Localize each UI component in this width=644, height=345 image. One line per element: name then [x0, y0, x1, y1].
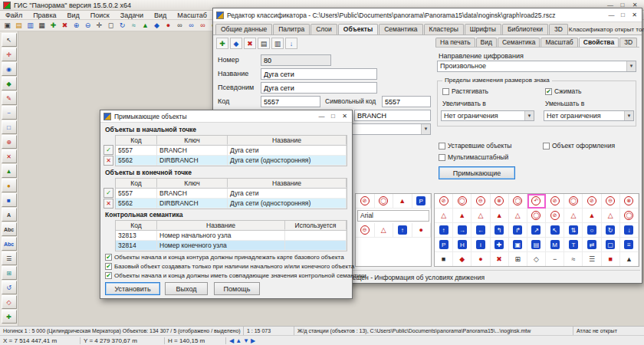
toolbar-icon[interactable]: ▥ — [25, 21, 36, 31]
sign-cell[interactable]: ◆ — [453, 252, 472, 267]
decrease-limit-select[interactable]: Нет ограничения ▼ — [544, 110, 634, 121]
tool-button[interactable]: ~ — [2, 106, 17, 120]
compress-checkbox[interactable]: Сжимать — [545, 87, 581, 95]
adjacent-close-icon[interactable]: ✕ — [339, 111, 350, 122]
sign-cell[interactable]: → — [453, 223, 472, 238]
sign-cell[interactable]: ↑ — [393, 223, 412, 238]
tool-button[interactable]: ↺ — [2, 281, 17, 294]
font-name-box[interactable]: Arial — [357, 210, 429, 222]
editor-minimize-icon[interactable]: — — [606, 10, 617, 21]
sign-cell[interactable]: ↑ — [435, 223, 453, 238]
properties-tab[interactable]: 3D — [619, 38, 637, 47]
editor-tab[interactable]: Общие данные — [215, 24, 272, 34]
confirm-icon[interactable]: ✓ — [104, 145, 113, 155]
sign-cell[interactable]: T — [564, 238, 583, 252]
sign-cell[interactable]: ⊖ — [356, 223, 375, 238]
column-header[interactable]: Код — [116, 136, 157, 145]
tool-button[interactable]: ◇ — [2, 295, 17, 309]
sign-cell[interactable]: ↓ — [620, 223, 639, 238]
obsolete-checkbox[interactable]: Устаревшие объекты — [439, 142, 511, 150]
menu-item[interactable]: Поиск — [85, 11, 115, 20]
arrow-icon[interactable]: ▼ — [243, 337, 249, 344]
remove-icon[interactable]: ✕ — [104, 199, 113, 209]
adjacent-minimize-icon[interactable]: — — [316, 111, 327, 122]
menu-item[interactable]: Вид — [149, 11, 172, 20]
column-header[interactable]: Код — [116, 179, 157, 188]
sign-cell[interactable]: ← — [472, 223, 490, 238]
editor-tab[interactable]: Слои — [310, 24, 337, 34]
table-row[interactable]: 5557 BRANCH Дуга сети — [116, 146, 347, 156]
menu-item[interactable]: Масштаб — [172, 11, 212, 20]
sign-cell[interactable]: ⊗ — [620, 194, 639, 209]
number-field[interactable] — [261, 54, 331, 66]
tool-button[interactable]: □ — [2, 120, 17, 134]
tool-button[interactable]: ⊞ — [2, 266, 17, 280]
multiscale-checkbox[interactable]: Мультимасштабный — [439, 153, 508, 161]
sign-cell[interactable]: ○ — [583, 223, 601, 238]
toolbar-icon[interactable]: ▦ — [36, 21, 48, 31]
table-row[interactable]: 5557 BRANCH Дуга сети — [116, 189, 347, 199]
arrow-icon[interactable]: ▲ — [235, 337, 242, 344]
arrow-icon[interactable]: ▶ — [251, 337, 255, 344]
sign-cell[interactable]: i — [472, 238, 490, 252]
menu-item[interactable]: Задачи — [115, 11, 149, 20]
properties-tab[interactable]: На печать — [435, 38, 475, 47]
table-row[interactable]: 5562 DIRBRANCH Дуга сети (односторонняя) — [116, 199, 347, 209]
toolbar-icon[interactable]: ● — [163, 21, 174, 31]
tool-button[interactable]: ↖ — [2, 33, 17, 47]
sign-cell[interactable]: △ — [435, 209, 453, 223]
toolbar-icon[interactable]: ✛ — [94, 21, 105, 31]
rule-checkbox-1[interactable]: Объекты начала и конца контура должны пр… — [105, 254, 344, 261]
sign-cell[interactable]: ⊘ — [356, 194, 375, 209]
properties-tab[interactable]: Масштаб — [540, 38, 577, 47]
editor-close-icon[interactable]: ✕ — [629, 10, 640, 21]
tool-button[interactable]: ✛ — [2, 48, 17, 61]
sign-cell[interactable]: M — [546, 238, 564, 252]
sign-cell[interactable]: ◯ — [509, 194, 527, 209]
symcode-field[interactable] — [382, 96, 431, 107]
toolbar-icon[interactable]: ∞ — [197, 21, 209, 31]
confirm-icon[interactable]: ✓ — [104, 188, 113, 198]
sign-cell[interactable]: ▲ — [393, 194, 412, 209]
menu-item[interactable]: Вид — [62, 11, 85, 20]
exit-button[interactable]: Выход — [165, 282, 208, 295]
sign-cell[interactable]: ⊘ — [546, 194, 564, 209]
tool-button[interactable]: ✕ — [2, 150, 17, 163]
toolbar-icon[interactable]: ▣ — [2, 21, 13, 31]
sign-cell[interactable]: ⇄ — [583, 238, 601, 252]
adjacent-titlebar[interactable]: Примыкающие объекты — □ ✕ — [100, 110, 352, 123]
sign-cell[interactable]: ■ — [435, 252, 453, 267]
arrow-icon[interactable]: ◀ — [229, 337, 234, 344]
sign-cell[interactable]: ⊘ — [583, 194, 601, 209]
sign-cell[interactable]: ▢ — [602, 238, 620, 252]
sign-cell[interactable]: ▲ — [453, 209, 472, 223]
rule-checkbox-3[interactable]: Объекты начала и конца должны иметь совп… — [105, 272, 366, 279]
editor-titlebar[interactable]: Редактор классификатора - C:\Users\Publi… — [213, 8, 642, 22]
properties-tab[interactable]: Вид — [476, 38, 497, 47]
stretch-checkbox[interactable]: Растягивать — [442, 87, 488, 95]
table-row[interactable]: 32813 Номер начального узла — [116, 231, 347, 241]
sign-cell[interactable]: ● — [412, 223, 432, 238]
sign-cell[interactable]: ⊗ — [491, 194, 509, 209]
sign-cell[interactable]: ▲ — [491, 209, 509, 223]
sign-cell[interactable]: ◯ — [527, 209, 546, 223]
tool-button[interactable]: Abc — [2, 222, 17, 236]
menu-item[interactable]: Файл — [0, 11, 28, 20]
sign-cell[interactable]: ↶ — [527, 194, 546, 209]
increase-limit-select[interactable]: Нет ограничения ▼ — [441, 110, 534, 121]
direction-select[interactable]: Произвольное ▼ — [437, 61, 636, 72]
column-header[interactable]: Название — [228, 136, 347, 145]
toolbar-icon[interactable]: ▲ — [140, 21, 151, 31]
sign-cell[interactable]: △ — [602, 209, 620, 223]
sign-cell[interactable]: ⇅ — [564, 223, 583, 238]
key-field[interactable] — [354, 110, 431, 121]
tool-button[interactable]: ✎ — [2, 91, 17, 105]
column-header[interactable]: Название — [157, 221, 285, 230]
editor-tab[interactable]: Шрифты — [465, 24, 501, 34]
tool-button[interactable]: A — [2, 208, 17, 222]
sign-cell[interactable]: ⊖ — [472, 194, 490, 209]
table-row[interactable]: 32814 Номер конечного узла — [116, 241, 347, 251]
column-header[interactable]: Код — [116, 221, 157, 230]
sign-cell[interactable]: ◯ — [620, 209, 639, 223]
remove-icon[interactable]: ✕ — [104, 156, 113, 166]
